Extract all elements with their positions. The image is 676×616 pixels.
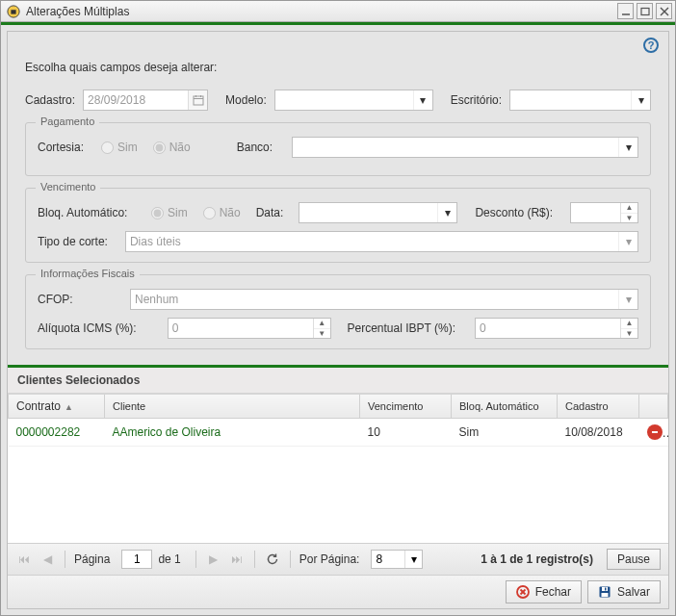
next-page-button[interactable]: ▶ <box>205 550 222 569</box>
prev-page-button[interactable]: ◀ <box>39 550 56 569</box>
calendar-icon[interactable] <box>188 90 207 110</box>
per-page-input[interactable] <box>372 551 404 568</box>
pagamento-fieldset: Pagamento Cortesia: Sim Não Banco: ▾ <box>25 122 651 176</box>
pager-separator <box>290 551 291 568</box>
pagamento-legend: Pagamento <box>36 116 99 127</box>
vencimento-legend: Vencimento <box>36 181 100 192</box>
first-page-button[interactable]: ⏮ <box>15 550 33 569</box>
pager-separator <box>254 551 255 568</box>
footer: Fechar Salvar <box>8 575 668 608</box>
chevron-down-icon: ▾ <box>437 203 456 222</box>
top-row: Cadastro: Modelo: ▾ Escritório: <box>25 90 651 111</box>
ibpt-label: Percentual IBPT (%): <box>348 321 456 335</box>
close-button-footer[interactable]: Fechar <box>506 580 582 603</box>
cell-contrato[interactable]: 0000002282 <box>9 419 105 447</box>
pause-button[interactable]: Pause <box>607 549 661 570</box>
chevron-down-icon: ▾ <box>404 551 422 568</box>
page-of-label: de 1 <box>158 552 180 566</box>
pager-status: 1 à 1 de 1 registro(s) <box>481 552 593 566</box>
pager-separator <box>195 551 196 568</box>
pager: ⏮ ◀ Página de 1 ▶ ⏭ Por Página: <box>8 543 668 575</box>
modelo-label: Modelo: <box>225 93 267 107</box>
maximize-button[interactable] <box>637 3 653 19</box>
save-button-label: Salvar <box>617 585 650 599</box>
svg-rect-17 <box>601 593 608 597</box>
sort-asc-icon: ▲ <box>65 402 73 412</box>
cortesia-sim-radio[interactable]: Sim <box>101 141 138 154</box>
desconto-spinner[interactable]: ▲▼ <box>620 203 637 222</box>
close-button-label: Fechar <box>535 585 571 599</box>
chevron-down-icon: ▾ <box>618 232 637 251</box>
escritorio-combo[interactable]: ▾ <box>509 90 651 111</box>
chevron-down-icon: ▾ <box>618 290 637 309</box>
table-row[interactable]: 0000002282 AAmerico de Oliveira 10 Sim 1… <box>9 419 668 447</box>
cadastro-label: Cadastro: <box>25 93 75 107</box>
data-label: Data: <box>256 206 284 219</box>
form-prompt: Escolha quais campos deseja alterar: <box>25 61 651 74</box>
chevron-down-icon: ▾ <box>413 90 432 110</box>
cell-cadastro: 10/08/2018 <box>558 419 639 447</box>
main-panel: ? Escolha quais campos deseja alterar: C… <box>7 31 669 609</box>
icms-spinner[interactable]: ▲▼ <box>313 319 330 338</box>
window-title: Alterações Múltiplas <box>26 5 614 18</box>
escritorio-label: Escritório: <box>451 93 502 107</box>
clients-table: Contrato▲ Cliente Vencimento Bloq. Autom… <box>8 395 668 447</box>
clients-section-title: Clientes Selecionados <box>8 368 668 394</box>
grid-filler <box>8 447 668 543</box>
page-input[interactable] <box>121 550 152 569</box>
close-button[interactable] <box>656 3 672 19</box>
desconto-label: Desconto (R$): <box>475 206 553 219</box>
chevron-down-icon: ▾ <box>618 138 637 157</box>
data-combo[interactable]: ▾ <box>299 202 457 223</box>
chevron-down-icon: ▾ <box>631 90 650 110</box>
tipo-corte-label: Tipo de corte: <box>38 235 108 248</box>
app-icon <box>7 5 20 18</box>
icms-label: Alíquota ICMS (%): <box>38 321 137 335</box>
per-page-combo[interactable]: ▾ <box>371 550 423 569</box>
col-actions <box>639 395 668 419</box>
cortesia-nao-radio[interactable]: Não <box>153 141 191 154</box>
page-label: Página <box>74 552 110 566</box>
last-page-button[interactable]: ⏭ <box>228 550 246 569</box>
save-button[interactable]: Salvar <box>587 580 661 603</box>
tipo-corte-value: Dias úteis <box>130 235 181 248</box>
fiscais-fieldset: Informações Fiscais CFOP: Nenhum ▾ Alíqu… <box>25 274 651 349</box>
fiscais-legend: Informações Fiscais <box>36 268 140 279</box>
svg-rect-1 <box>11 10 15 13</box>
per-page-label: Por Página: <box>299 552 360 566</box>
help-icon[interactable]: ? <box>643 38 659 53</box>
bloq-label: Bloq. Automático: <box>38 206 143 219</box>
ibpt-spinner[interactable]: ▲▼ <box>620 319 637 338</box>
cell-bloq: Sim <box>452 419 558 447</box>
refresh-button[interactable] <box>264 550 281 569</box>
minimize-button[interactable] <box>617 3 634 19</box>
pager-separator <box>65 551 65 568</box>
svg-rect-3 <box>641 8 649 14</box>
cell-vencimento: 10 <box>360 419 452 447</box>
col-cadastro[interactable]: Cadastro <box>558 395 639 419</box>
tipo-corte-combo[interactable]: Dias úteis ▾ <box>125 231 638 252</box>
modelo-combo[interactable]: ▾ <box>274 90 433 111</box>
cortesia-label: Cortesia: <box>38 141 84 154</box>
col-cliente[interactable]: Cliente <box>105 395 360 419</box>
cell-cliente[interactable]: AAmerico de Oliveira <box>105 419 360 447</box>
clients-grid: Contrato▲ Cliente Vencimento Bloq. Autom… <box>8 394 668 575</box>
outer-frame: ? Escolha quais campos deseja alterar: C… <box>1 22 675 615</box>
svg-rect-16 <box>605 588 607 591</box>
col-bloq[interactable]: Bloq. Automático <box>452 395 558 419</box>
titlebar: Alterações Múltiplas <box>1 1 675 22</box>
bloq-sim-radio[interactable]: Sim <box>151 206 188 219</box>
vencimento-fieldset: Vencimento Bloq. Automático: Sim Não Dat… <box>25 188 651 263</box>
col-vencimento[interactable]: Vencimento <box>360 395 452 419</box>
banco-combo[interactable]: ▾ <box>292 137 638 158</box>
cfop-combo[interactable]: Nenhum ▾ <box>130 289 638 310</box>
cfop-label: CFOP: <box>38 293 76 306</box>
bloq-nao-radio[interactable]: Não <box>203 206 241 219</box>
col-contrato[interactable]: Contrato▲ <box>9 395 105 419</box>
remove-row-button[interactable] <box>647 424 663 440</box>
ibpt-input[interactable] <box>475 318 638 339</box>
cfop-value: Nenhum <box>135 293 178 306</box>
svg-rect-6 <box>194 96 203 105</box>
window: Alterações Múltiplas ? Escolha quais cam… <box>0 0 676 616</box>
icms-input[interactable] <box>168 318 331 339</box>
